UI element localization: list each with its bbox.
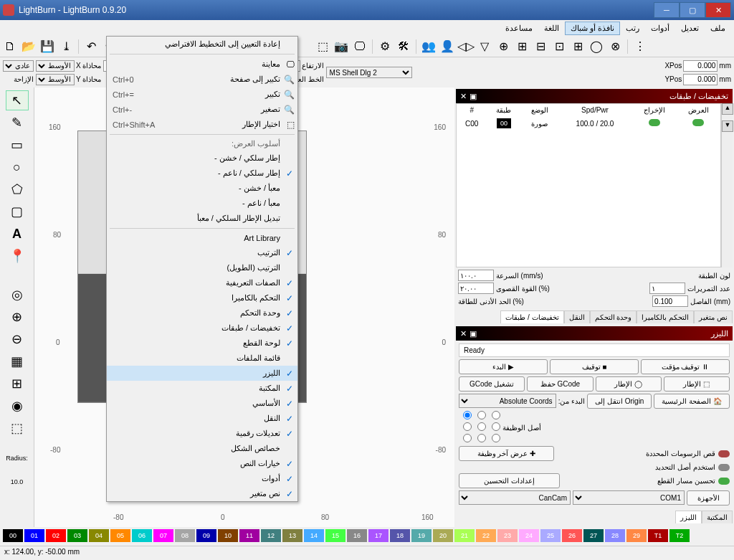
new-icon[interactable]: 🗋	[1, 38, 19, 55]
weld-tool[interactable]: ⊕	[6, 307, 29, 327]
palette-swatch-28[interactable]: 28	[605, 529, 625, 542]
menu-zoom-out[interactable]: 🔍تصغيرCtrl+-	[107, 102, 297, 117]
tab-cuts[interactable]: تخفيضات / طبقات	[500, 310, 563, 323]
palette-swatch-10[interactable]: 10	[218, 529, 238, 542]
float-icon[interactable]: ▣	[470, 329, 477, 338]
open-icon[interactable]: 📂	[20, 38, 37, 55]
palette-swatch-16[interactable]: 16	[347, 529, 367, 542]
palette-swatch-29[interactable]: 29	[626, 529, 647, 542]
menu-file-list[interactable]: ✓الصفات التعريفية	[107, 275, 297, 290]
polygon-tool[interactable]: ⬠	[6, 179, 29, 199]
start-button[interactable]: ▶ البدء	[459, 359, 548, 374]
job-origin-grid[interactable]	[459, 411, 500, 444]
menu-wire-coarse[interactable]: إطار سلكي / خشن -	[107, 151, 297, 166]
menu-shape[interactable]: خصائص الشكل	[107, 441, 297, 456]
layer-down-button[interactable]: ▼	[722, 120, 733, 132]
power-input[interactable]	[458, 283, 494, 294]
palette-swatch-23[interactable]: 23	[497, 529, 518, 542]
menu-cut-palette[interactable]: ✓لوحة القطع	[107, 336, 297, 351]
palette-swatch-13[interactable]: 13	[282, 529, 302, 542]
camera-icon[interactable]: 📷	[333, 38, 350, 55]
palette-swatch-05[interactable]: 05	[110, 529, 130, 542]
menu-cuts[interactable]: ✓تخفيضات / طبقات	[107, 321, 297, 336]
menu-art-library[interactable]: Art Library	[107, 231, 297, 245]
device-settings-icon[interactable]: 🛠	[395, 38, 412, 55]
home-button[interactable]: 🏠 الصفحة الرئيسية	[654, 394, 730, 409]
palette-swatch-T1[interactable]: T1	[648, 529, 668, 542]
close-panel-icon[interactable]: ✕	[460, 92, 467, 101]
palette-swatch-06[interactable]: 06	[132, 529, 152, 542]
palette-swatch-04[interactable]: 04	[89, 529, 109, 542]
layer-up-button[interactable]: ▲	[722, 103, 733, 115]
palette-swatch-08[interactable]: 08	[175, 529, 195, 542]
undo-icon[interactable]: ↶	[82, 38, 100, 55]
ellipse-tool[interactable]: ○	[6, 157, 29, 177]
menu-file[interactable]: ملف	[705, 22, 731, 35]
palette-swatch-22[interactable]: 22	[476, 529, 496, 542]
optimize-toggle[interactable]	[718, 478, 730, 485]
menu-reset-layout[interactable]: إعادة التعيين إلى التخطيط الافتراضي	[107, 37, 297, 52]
stop-button[interactable]: ■ توقيف	[550, 359, 639, 374]
menu-fill-coarse[interactable]: معبأ / خشن -	[107, 181, 297, 196]
text-tool[interactable]: A	[6, 224, 29, 244]
menu-help[interactable]: مساعدة	[500, 22, 538, 35]
menu-basic[interactable]: ✓الأساسي	[107, 396, 297, 411]
frame-rect-button[interactable]: ⬚ الإطار	[664, 376, 730, 391]
menu-arrange[interactable]: رتب	[620, 22, 645, 35]
align-icon[interactable]: ⊞	[513, 38, 530, 55]
dots-icon[interactable]: ⋮	[631, 38, 649, 55]
tab-library[interactable]: المكتبة	[702, 511, 733, 523]
group-icon[interactable]: 👥	[420, 38, 437, 55]
import-icon[interactable]: ⤓	[57, 38, 75, 55]
palette-swatch-12[interactable]: 12	[261, 529, 281, 542]
palette-swatch-T2[interactable]: T2	[669, 529, 690, 542]
palette-swatch-17[interactable]: 17	[368, 529, 389, 542]
yalign-select[interactable]: الأوسط	[36, 74, 75, 85]
palette-swatch-14[interactable]: 14	[304, 529, 324, 542]
show-toggle[interactable]	[692, 119, 704, 126]
close-panel-icon[interactable]: ✕	[460, 329, 467, 338]
palette-swatch-07[interactable]: 07	[153, 529, 173, 542]
menu-frame-selection[interactable]: ⬚اختيار الإطارCtrl+Shift+A	[107, 117, 297, 132]
menu-move[interactable]: ✓النقل	[107, 411, 297, 426]
menu-arrange[interactable]: ✓الترتيب	[107, 245, 297, 260]
ypos-input[interactable]	[683, 74, 718, 85]
layer-swatch[interactable]: 00	[497, 118, 511, 128]
palette-swatch-27[interactable]: 27	[583, 529, 604, 542]
mirror-h-icon[interactable]: ◁▷	[457, 38, 475, 55]
preview-icon[interactable]: 🖵	[351, 38, 368, 55]
select-tool[interactable]: ↖	[6, 90, 29, 110]
array-icon[interactable]: ⊡	[550, 38, 568, 55]
xalign-select[interactable]: الأوسط	[36, 60, 75, 72]
minimize-button[interactable]: ─	[654, 2, 680, 18]
rounded-rect-tool[interactable]: ▢	[6, 201, 29, 222]
radial-tool[interactable]: ◉	[6, 396, 29, 416]
menu-window[interactable]: نافذة أو شباك	[565, 22, 620, 35]
close-button[interactable]: ✕	[705, 2, 731, 18]
menu-edit[interactable]: تعديل	[675, 22, 705, 35]
menu-numeric[interactable]: ✓تعديلات رقمية	[107, 426, 297, 441]
save-icon[interactable]: 💾	[39, 38, 56, 55]
goto-origin-button[interactable]: Origin انتقل إلى	[587, 394, 652, 409]
edit-nodes-tool[interactable]: ⬚	[6, 418, 29, 438]
style-select[interactable]: عادي	[3, 60, 34, 72]
offset-tool[interactable]: ◎	[6, 285, 29, 305]
device-select[interactable]: CanCam	[459, 490, 571, 505]
tab-console[interactable]: وحدة التحكم	[590, 310, 637, 323]
menu-file-list2[interactable]: قائمة الملفات	[107, 351, 297, 366]
ungroup-icon[interactable]: 👤	[439, 38, 456, 55]
output-toggle[interactable]	[649, 119, 660, 126]
optimization-settings-button[interactable]: إعدادات التحسين	[459, 473, 560, 488]
xpos-input[interactable]	[683, 60, 718, 72]
tab-laser[interactable]: الليزر	[675, 511, 702, 523]
boolean-tool[interactable]: ⊖	[6, 329, 29, 349]
target-icon[interactable]: ⊕	[495, 38, 512, 55]
tab-move[interactable]: النقل	[564, 310, 590, 323]
frame-rubber-button[interactable]: ◯ الإطار	[596, 376, 662, 391]
grid-icon[interactable]: ⊞	[569, 38, 586, 55]
menu-preview[interactable]: 🖵معاينة	[107, 57, 297, 72]
palette-swatch-03[interactable]: 03	[67, 529, 87, 542]
settings-icon[interactable]: ⚙	[376, 38, 394, 55]
tab-camera[interactable]: التحكم بالكاميرا	[637, 310, 694, 323]
menu-laser[interactable]: ✓الليزر	[107, 366, 297, 381]
